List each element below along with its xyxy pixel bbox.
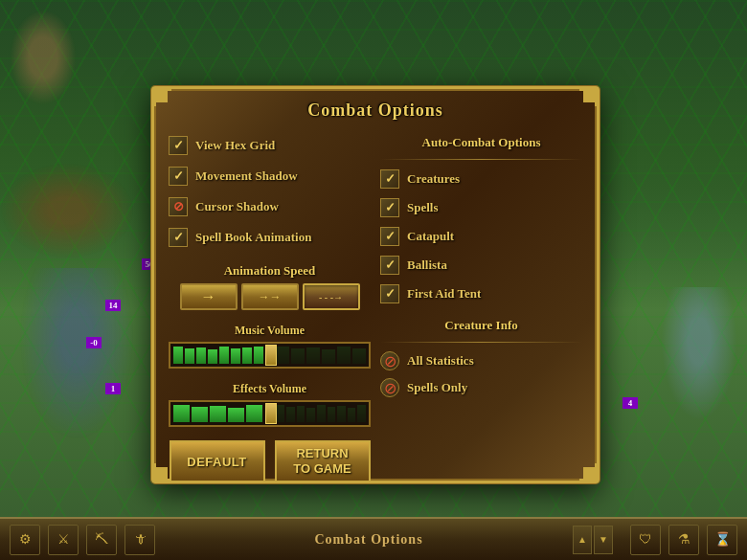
animation-speed-label: Animation Speed — [169, 263, 371, 279]
music-bar-1 — [173, 347, 183, 364]
nav-down-button[interactable]: ▼ — [594, 526, 613, 554]
music-volume-slider[interactable] — [265, 345, 277, 366]
taskbar-icon-shield[interactable]: 🛡 — [630, 525, 661, 555]
effects-volume-label: Effects Volume — [169, 382, 371, 396]
label-view-hex-grid: View Hex Grid — [195, 138, 275, 153]
autocombat-divider — [380, 159, 582, 160]
label-spell-book: Spell Book Animation — [195, 230, 311, 245]
eff-bar-7 — [286, 407, 295, 422]
dialog-buttons: DEFAULT RETURNTO GAME — [169, 440, 371, 487]
music-bar-12 — [322, 349, 335, 364]
eff-bar-5 — [246, 405, 262, 422]
eff-bar-4 — [228, 408, 244, 422]
label-movement-shadow: Movement Shadow — [195, 168, 298, 184]
music-bar-7 — [242, 347, 252, 364]
effects-volume-bars-right — [277, 405, 367, 422]
taskbar-title: Combat Options — [165, 532, 573, 548]
check-icon-ballista: ✓ — [380, 256, 399, 275]
music-bar-13 — [337, 347, 351, 364]
music-bar-9 — [277, 347, 290, 364]
check-icon-cursor-shadow: ⊘ — [169, 197, 188, 216]
music-bar-3 — [196, 347, 206, 364]
checkbox-movement-shadow[interactable]: ✓ Movement Shadow — [169, 164, 371, 189]
eff-bar-2 — [192, 407, 208, 422]
taskbar-icon-pickaxe[interactable]: ⛏ — [86, 525, 117, 555]
music-bar-4 — [208, 349, 217, 364]
creature-info-divider — [380, 342, 582, 343]
check-icon-first-aid-tent: ✓ — [380, 284, 399, 303]
music-volume-section: Music Volume — [169, 324, 371, 369]
eff-bar-8 — [297, 406, 306, 422]
eff-bar-12 — [337, 406, 346, 422]
label-creatures: Creatures — [407, 171, 460, 187]
label-ballista: Ballista — [407, 258, 447, 273]
check-icon-spells: ✓ — [380, 198, 399, 217]
anim-slow-button[interactable]: → — [180, 283, 238, 310]
music-bar-10 — [291, 348, 305, 364]
checkbox-view-hex-grid[interactable]: ✓ View Hex Grid — [169, 133, 371, 158]
effects-volume-slider[interactable] — [265, 403, 277, 424]
taskbar-nav: ▲ ▼ — [573, 526, 621, 554]
animation-speed-buttons: → →→ - - -→ — [169, 283, 371, 310]
taskbar-icon-settings[interactable]: ⚙ — [10, 525, 40, 555]
label-spells: Spells — [407, 200, 439, 215]
check-icon-movement-shadow: ✓ — [169, 167, 188, 186]
dialog-content: ✓ View Hex Grid ✓ Movement Shadow ⊘ Curs… — [154, 128, 597, 472]
return-to-game-button[interactable]: RETURNTO GAME — [275, 440, 371, 482]
radio-icon-all-statistics: ⊘ — [380, 351, 399, 370]
autocombat-spells[interactable]: ✓ Spells — [380, 195, 582, 220]
taskbar-right-icons: 🛡 ⚗ ⌛ — [621, 525, 747, 555]
music-volume-bars — [173, 347, 263, 364]
label-spells-only: Spells Only — [407, 380, 467, 395]
eff-bar-1 — [173, 405, 190, 422]
autocombat-ballista[interactable]: ✓ Ballista — [380, 253, 582, 278]
autocombat-title: Auto-Combat Options — [380, 133, 582, 152]
unit-badge-5: 4 — [622, 397, 638, 409]
radio-icon-spells-only: ⊘ — [380, 378, 399, 397]
combat-options-dialog: Combat Options ✓ View Hex Grid ✓ Movemen… — [151, 86, 600, 483]
music-bar-11 — [306, 347, 320, 364]
music-volume-bar[interactable] — [169, 342, 371, 369]
eff-bar-10 — [317, 405, 326, 422]
music-bar-2 — [185, 348, 194, 364]
animation-speed-section: Animation Speed → →→ - - -→ — [169, 263, 371, 310]
autocombat-first-aid-tent[interactable]: ✓ First Aid Tent — [380, 281, 582, 306]
check-icon-view-hex-grid: ✓ — [169, 136, 188, 155]
right-panel: Auto-Combat Options ✓ Creatures ✓ Spells… — [380, 133, 582, 467]
label-all-statistics: All Statistics — [407, 353, 474, 369]
checkbox-spell-book[interactable]: ✓ Spell Book Animation — [169, 225, 371, 250]
eff-bar-3 — [210, 406, 226, 422]
eff-bar-11 — [328, 407, 336, 422]
check-icon-creatures: ✓ — [380, 169, 399, 189]
eff-bar-9 — [306, 408, 315, 422]
music-bar-5 — [219, 347, 229, 364]
taskbar-icon-sword[interactable]: ⚔ — [48, 525, 79, 555]
left-panel: ✓ View Hex Grid ✓ Movement Shadow ⊘ Curs… — [169, 133, 371, 467]
unit-badge-2: 14 — [105, 300, 121, 311]
music-volume-bars-right — [277, 347, 367, 364]
label-catapult: Catapult — [407, 229, 454, 244]
default-button[interactable]: DEFAULT — [170, 440, 265, 482]
label-cursor-shadow: Cursor Shadow — [195, 199, 279, 214]
checkbox-cursor-shadow[interactable]: ⊘ Cursor Shadow — [169, 194, 371, 219]
taskbar-icon-flask[interactable]: ⚗ — [668, 525, 699, 555]
music-volume-label: Music Volume — [169, 324, 371, 338]
anim-fast-button[interactable]: - - -→ — [303, 283, 360, 310]
music-bar-8 — [254, 347, 263, 364]
taskbar-icon-hourglass[interactable]: ⌛ — [707, 525, 737, 555]
effects-volume-bar[interactable] — [169, 400, 371, 427]
nav-up-button[interactable]: ▲ — [573, 526, 592, 554]
effects-volume-section: Effects Volume — [169, 382, 371, 427]
creature-info-spells-only[interactable]: ⊘ Spells Only — [380, 376, 582, 399]
autocombat-creatures[interactable]: ✓ Creatures — [380, 167, 582, 191]
unit-badge-4: 1 — [105, 383, 121, 394]
autocombat-catapult[interactable]: ✓ Catapult — [380, 224, 582, 249]
dialog-title: Combat Options — [154, 89, 597, 128]
effects-volume-bars — [173, 405, 263, 422]
label-first-aid-tent: First Aid Tent — [407, 286, 481, 302]
music-bar-6 — [231, 348, 240, 364]
taskbar-icon-dagger[interactable]: 🗡 — [124, 525, 155, 555]
creature-info-all-statistics[interactable]: ⊘ All Statistics — [380, 349, 582, 372]
taskbar: ⚙ ⚔ ⛏ 🗡 Combat Options ▲ ▼ 🛡 ⚗ ⌛ — [0, 517, 747, 560]
anim-medium-button[interactable]: →→ — [241, 283, 299, 310]
